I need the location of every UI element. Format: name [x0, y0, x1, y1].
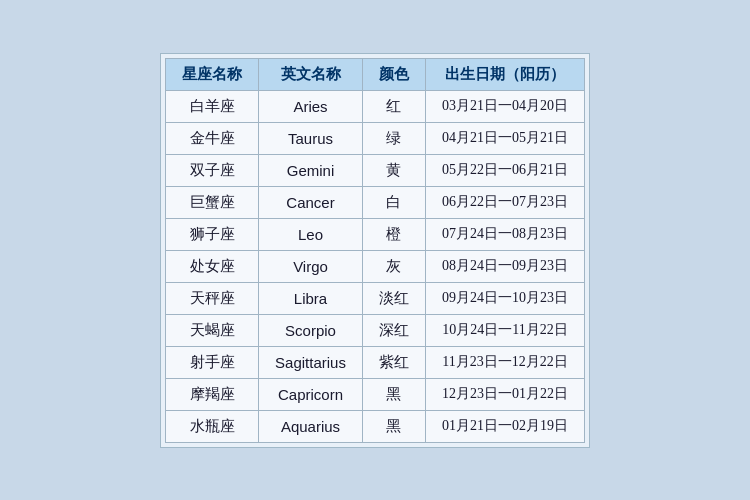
table-row: 白羊座Aries红03月21日一04月20日 [166, 90, 585, 122]
table-row: 射手座Sagittarius紫红11月23日一12月22日 [166, 346, 585, 378]
cell-color: 淡红 [362, 282, 425, 314]
cell-chinese-name: 射手座 [166, 346, 259, 378]
cell-chinese-name: 水瓶座 [166, 410, 259, 442]
header-color: 颜色 [362, 58, 425, 90]
table-row: 金牛座Taurus绿04月21日一05月21日 [166, 122, 585, 154]
cell-chinese-name: 摩羯座 [166, 378, 259, 410]
zodiac-table: 星座名称 英文名称 颜色 出生日期（阳历） 白羊座Aries红03月21日一04… [165, 58, 585, 443]
cell-english-name: Scorpio [259, 314, 363, 346]
cell-chinese-name: 处女座 [166, 250, 259, 282]
cell-chinese-name: 天秤座 [166, 282, 259, 314]
table-row: 处女座Virgo灰08月24日一09月23日 [166, 250, 585, 282]
cell-color: 灰 [362, 250, 425, 282]
cell-color: 白 [362, 186, 425, 218]
cell-color: 黑 [362, 410, 425, 442]
table-row: 天秤座Libra淡红09月24日一10月23日 [166, 282, 585, 314]
cell-english-name: Cancer [259, 186, 363, 218]
cell-english-name: Taurus [259, 122, 363, 154]
cell-dates: 03月21日一04月20日 [425, 90, 584, 122]
cell-dates: 06月22日一07月23日 [425, 186, 584, 218]
cell-english-name: Virgo [259, 250, 363, 282]
cell-chinese-name: 金牛座 [166, 122, 259, 154]
header-chinese-name: 星座名称 [166, 58, 259, 90]
cell-dates: 11月23日一12月22日 [425, 346, 584, 378]
cell-english-name: Aquarius [259, 410, 363, 442]
cell-color: 深红 [362, 314, 425, 346]
cell-english-name: Sagittarius [259, 346, 363, 378]
cell-english-name: Gemini [259, 154, 363, 186]
table-row: 天蝎座Scorpio深红10月24日一11月22日 [166, 314, 585, 346]
cell-color: 橙 [362, 218, 425, 250]
header-english-name: 英文名称 [259, 58, 363, 90]
zodiac-table-container: 星座名称 英文名称 颜色 出生日期（阳历） 白羊座Aries红03月21日一04… [160, 53, 590, 448]
cell-dates: 08月24日一09月23日 [425, 250, 584, 282]
table-row: 水瓶座Aquarius黑01月21日一02月19日 [166, 410, 585, 442]
table-header-row: 星座名称 英文名称 颜色 出生日期（阳历） [166, 58, 585, 90]
table-row: 摩羯座Capricorn黑12月23日一01月22日 [166, 378, 585, 410]
cell-color: 紫红 [362, 346, 425, 378]
cell-color: 黄 [362, 154, 425, 186]
table-row: 双子座Gemini黄05月22日一06月21日 [166, 154, 585, 186]
table-row: 巨蟹座Cancer白06月22日一07月23日 [166, 186, 585, 218]
cell-chinese-name: 白羊座 [166, 90, 259, 122]
cell-english-name: Aries [259, 90, 363, 122]
cell-english-name: Libra [259, 282, 363, 314]
header-dates: 出生日期（阳历） [425, 58, 584, 90]
cell-english-name: Leo [259, 218, 363, 250]
cell-chinese-name: 天蝎座 [166, 314, 259, 346]
cell-chinese-name: 巨蟹座 [166, 186, 259, 218]
cell-dates: 10月24日一11月22日 [425, 314, 584, 346]
cell-color: 黑 [362, 378, 425, 410]
cell-dates: 07月24日一08月23日 [425, 218, 584, 250]
cell-color: 绿 [362, 122, 425, 154]
cell-color: 红 [362, 90, 425, 122]
cell-chinese-name: 狮子座 [166, 218, 259, 250]
cell-dates: 09月24日一10月23日 [425, 282, 584, 314]
cell-dates: 05月22日一06月21日 [425, 154, 584, 186]
table-row: 狮子座Leo橙07月24日一08月23日 [166, 218, 585, 250]
cell-dates: 12月23日一01月22日 [425, 378, 584, 410]
cell-dates: 04月21日一05月21日 [425, 122, 584, 154]
cell-chinese-name: 双子座 [166, 154, 259, 186]
cell-dates: 01月21日一02月19日 [425, 410, 584, 442]
cell-english-name: Capricorn [259, 378, 363, 410]
